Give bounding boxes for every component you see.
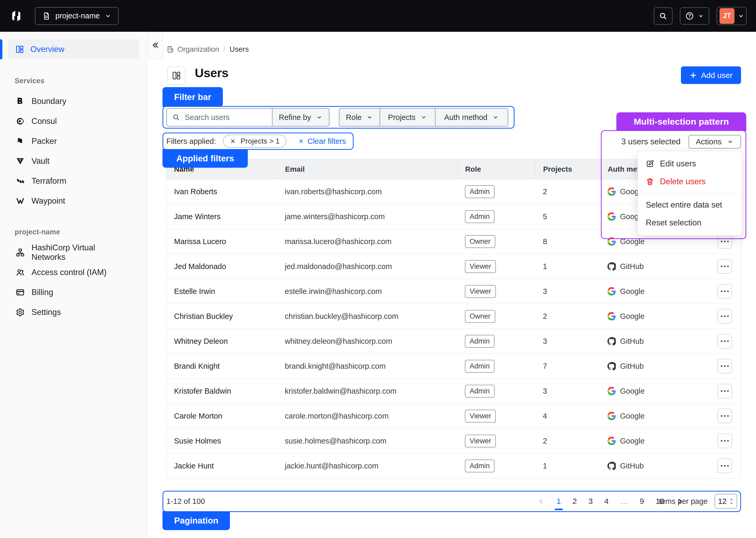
role-badge: Viewer: [465, 260, 496, 273]
chevron-left-icon: [537, 497, 545, 505]
sidebar-item-boundary[interactable]: Boundary: [8, 93, 139, 109]
add-user-button[interactable]: Add user: [681, 66, 741, 84]
page-ellipsis: …: [620, 491, 628, 511]
sidebar-item-virtual-networks[interactable]: HashiCorp Virtual Networks: [8, 244, 139, 261]
role-filter-dropdown[interactable]: Role: [340, 109, 380, 126]
trash-icon: [646, 178, 654, 186]
sidebar-item-label: Settings: [31, 307, 61, 317]
row-actions-button[interactable]: [718, 458, 732, 473]
page-number[interactable]: 4: [604, 491, 609, 511]
actions-dropdown-button[interactable]: Actions: [688, 135, 741, 148]
menu-item-reset-selection[interactable]: Reset selection: [638, 214, 742, 232]
top-navigation-bar: project-name JT: [0, 0, 756, 32]
user-email: brandi.knight@hashicorp.com: [278, 354, 458, 378]
auth-method-filter-dropdown[interactable]: Auth method: [435, 109, 508, 126]
projects-filter-dropdown[interactable]: Projects: [380, 109, 435, 126]
search-input[interactable]: Search users: [166, 108, 272, 127]
sidebar-item-consul[interactable]: Consul: [8, 113, 139, 130]
user-email: jame.winters@hashicorp.com: [278, 204, 458, 229]
services-list: Boundary Consul Packer Vault Terraform W…: [8, 93, 139, 209]
row-actions-button[interactable]: [718, 334, 732, 349]
vault-icon: [16, 157, 25, 166]
github-icon: [608, 362, 616, 370]
sidebar: Overview Services Boundary Consul Packer…: [0, 32, 147, 538]
role-badge: Viewer: [465, 285, 496, 298]
user-email: ivan.roberts@hashicorp.com: [278, 179, 458, 204]
row-actions-button[interactable]: [718, 309, 732, 324]
user-name: Jackie Hunt: [167, 454, 278, 478]
project-selector[interactable]: project-name: [35, 7, 119, 25]
projects-count: 5: [535, 204, 600, 229]
sidebar-item-label: HashiCorp Virtual Networks: [31, 243, 131, 262]
auth-method: GitHub: [620, 362, 644, 371]
row-actions-button[interactable]: [718, 434, 732, 448]
table-row: Susie Holmessusie.holmes@hashicorp.comVi…: [167, 428, 741, 453]
role-badge: Admin: [465, 459, 495, 472]
edit-icon: [646, 160, 654, 168]
sidebar-item-label: Billing: [31, 288, 53, 297]
next-page-button[interactable]: [676, 497, 684, 505]
row-actions-button[interactable]: [718, 234, 732, 249]
chevron-down-icon: [492, 114, 499, 121]
grid-icon: [15, 45, 24, 54]
menu-item-delete-users[interactable]: Delete users: [638, 173, 742, 190]
selection-count: 3 users selected: [621, 137, 681, 146]
chevron-right-icon: [676, 497, 684, 505]
row-actions-button[interactable]: [718, 384, 732, 399]
row-actions-button[interactable]: [718, 259, 732, 274]
row-actions-button[interactable]: [718, 359, 732, 373]
credit-card-icon: [16, 288, 25, 297]
google-icon: [608, 188, 616, 196]
page-number[interactable]: 10: [656, 491, 664, 511]
google-icon: [608, 312, 616, 320]
clear-filters-button[interactable]: Clear filters: [298, 137, 346, 146]
user-name: Marissa Lucero: [167, 229, 278, 254]
sidebar-item-waypoint[interactable]: Waypoint: [8, 192, 139, 209]
search-icon: [659, 12, 667, 20]
menu-item-edit-users[interactable]: Edit users: [638, 155, 742, 173]
sidebar-item-billing[interactable]: Billing: [8, 284, 139, 300]
help-menu-button[interactable]: [680, 7, 709, 25]
account-menu-button[interactable]: JT: [717, 7, 746, 25]
sidebar-collapse-button[interactable]: [147, 32, 163, 59]
page-number[interactable]: 2: [572, 491, 577, 511]
filter-chip[interactable]: Projects > 1: [223, 134, 287, 148]
page-number[interactable]: 1: [557, 491, 561, 511]
sidebar-item-label: Boundary: [31, 97, 66, 106]
user-email: kristofer.baldwin@hashicorp.com: [278, 379, 458, 404]
sidebar-item-settings[interactable]: Settings: [8, 304, 139, 320]
menu-divider: [638, 193, 742, 193]
user-email: whitney.deleon@hashicorp.com: [278, 329, 458, 353]
chevron-down-icon: [698, 13, 704, 19]
row-actions-button[interactable]: [718, 408, 732, 423]
breadcrumb-separator: /: [223, 45, 226, 54]
sidebar-item-access-control[interactable]: Access control (IAM): [8, 264, 139, 281]
packer-icon: [16, 137, 25, 146]
github-icon: [608, 461, 616, 470]
page-number[interactable]: 9: [640, 491, 644, 511]
gear-icon: [16, 308, 25, 317]
refine-by-dropdown[interactable]: Refine by: [272, 108, 329, 127]
dismiss-icon[interactable]: [230, 138, 236, 144]
sidebar-item-packer[interactable]: Packer: [8, 133, 139, 149]
page-number[interactable]: 3: [588, 491, 593, 511]
table-row: Christian Buckleychristian.buckley@hashi…: [167, 304, 741, 329]
building-icon: [166, 45, 174, 53]
sidebar-item-vault[interactable]: Vault: [8, 153, 139, 169]
role-badge: Admin: [465, 385, 495, 398]
menu-item-select-entire-data-set[interactable]: Select entire data set: [638, 196, 742, 214]
google-icon: [608, 412, 616, 420]
sidebar-item-overview[interactable]: Overview: [8, 39, 139, 59]
chevron-down-icon: [104, 13, 111, 20]
user-name: Jame Winters: [167, 204, 278, 229]
user-email: susie.holmes@hashicorp.com: [278, 429, 458, 453]
table-row: Whitney Deleonwhitney.deleon@hashicorp.c…: [167, 329, 741, 353]
sidebar-section-project: project-name: [15, 228, 60, 236]
user-name: Carole Morton: [167, 404, 278, 428]
items-per-page-stepper[interactable]: 12: [715, 494, 737, 509]
sidebar-item-terraform[interactable]: Terraform: [8, 173, 139, 189]
breadcrumb-organization[interactable]: Organization: [166, 45, 219, 54]
row-actions-button[interactable]: [718, 284, 732, 299]
global-search-button[interactable]: [654, 7, 673, 25]
previous-page-button[interactable]: [537, 497, 545, 505]
